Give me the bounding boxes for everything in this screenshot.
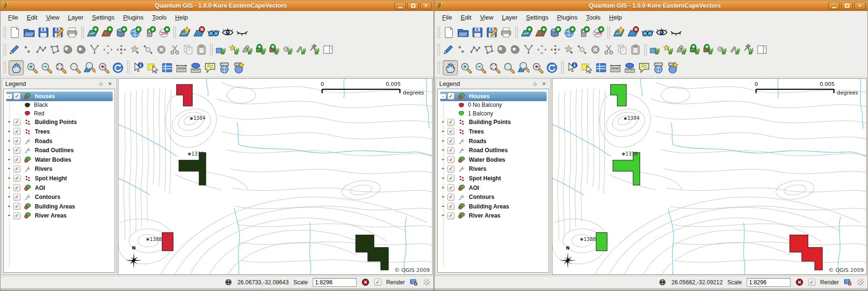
select-features-icon[interactable] bbox=[581, 62, 593, 74]
collapse-icon[interactable]: - bbox=[440, 94, 446, 99]
expand-icon[interactable]: + bbox=[440, 176, 446, 181]
scale-input[interactable] bbox=[313, 278, 357, 287]
grass-tools-icon[interactable] bbox=[743, 44, 754, 55]
layer-checkbox[interactable] bbox=[447, 93, 455, 100]
cut-features-icon[interactable] bbox=[603, 44, 614, 55]
expand-icon[interactable]: + bbox=[440, 129, 446, 134]
remove-layer-icon[interactable] bbox=[627, 26, 639, 39]
delete-part-icon[interactable] bbox=[156, 44, 167, 55]
capture-polygon-icon[interactable] bbox=[49, 44, 60, 55]
panel-detach-button[interactable] bbox=[532, 81, 538, 86]
pan-icon[interactable] bbox=[10, 62, 22, 74]
add-raster-layer-icon[interactable] bbox=[101, 26, 113, 39]
legend-layer-water-bodies[interactable]: +Water Bodies bbox=[6, 155, 115, 165]
expand-icon[interactable]: + bbox=[6, 120, 12, 125]
layer-checkbox[interactable] bbox=[13, 119, 21, 126]
layer-checkbox[interactable] bbox=[447, 166, 455, 173]
open-project-icon[interactable] bbox=[23, 26, 35, 39]
grass-region-icon[interactable] bbox=[282, 44, 294, 55]
zoom-full-icon[interactable] bbox=[54, 62, 67, 74]
move-vertex-icon[interactable] bbox=[102, 44, 114, 55]
capture-line-icon[interactable] bbox=[469, 44, 481, 55]
add-vector-layer-icon[interactable] bbox=[520, 26, 533, 39]
expand-icon[interactable]: + bbox=[6, 157, 12, 162]
move-feature-icon[interactable] bbox=[496, 44, 508, 55]
menu-tools[interactable]: Tools bbox=[582, 12, 604, 23]
print-composer-icon[interactable] bbox=[66, 26, 78, 39]
add-ring-icon[interactable] bbox=[75, 44, 87, 55]
capture-point-icon[interactable] bbox=[22, 44, 33, 55]
layer-checkbox[interactable] bbox=[13, 184, 21, 191]
layer-checkbox[interactable] bbox=[13, 93, 21, 100]
coordinate-capture-icon[interactable] bbox=[224, 278, 233, 286]
expand-icon[interactable]: + bbox=[6, 195, 12, 199]
menu-help[interactable]: Help bbox=[171, 12, 192, 23]
map-tips-icon[interactable] bbox=[204, 62, 216, 74]
delete-part-icon[interactable] bbox=[590, 44, 601, 55]
move-vertex-icon[interactable] bbox=[536, 44, 548, 55]
close-button[interactable] bbox=[420, 2, 432, 10]
layer-checkbox[interactable] bbox=[13, 147, 21, 154]
layer-checkbox[interactable] bbox=[13, 175, 21, 182]
save-project-as-icon[interactable] bbox=[486, 26, 498, 39]
grass-add-raster-layer-icon[interactable] bbox=[269, 44, 280, 55]
add-ring-icon[interactable] bbox=[509, 44, 521, 55]
measure-area-icon[interactable] bbox=[624, 62, 636, 74]
resize-grip[interactable] bbox=[857, 279, 864, 285]
expand-icon[interactable]: + bbox=[6, 166, 12, 171]
layer-checkbox[interactable] bbox=[13, 212, 21, 219]
show-bookmarks-icon[interactable] bbox=[233, 62, 245, 74]
zoom-last-icon[interactable] bbox=[531, 62, 544, 74]
map-tips-icon[interactable] bbox=[638, 62, 650, 74]
legend-layer-building-areas[interactable]: +Building Areas bbox=[6, 202, 115, 211]
toolbar-handle[interactable] bbox=[515, 26, 518, 39]
toolbar-handle[interactable] bbox=[3, 61, 6, 74]
menu-plugins[interactable]: Plugins bbox=[553, 12, 582, 23]
layer-checkbox[interactable] bbox=[13, 156, 21, 163]
grass-tools-icon[interactable] bbox=[309, 44, 320, 55]
menu-plugins[interactable]: Plugins bbox=[119, 12, 148, 23]
delete-selected-icon[interactable] bbox=[129, 44, 140, 55]
menu-tools[interactable]: Tools bbox=[148, 12, 170, 23]
grass-panel-icon[interactable] bbox=[756, 44, 768, 55]
delete-vertex-icon[interactable] bbox=[142, 44, 154, 55]
add-postgis-layer-icon[interactable] bbox=[549, 26, 561, 39]
new-project-icon[interactable] bbox=[9, 26, 21, 39]
select-features-icon[interactable] bbox=[147, 62, 159, 74]
toolbar-handle[interactable] bbox=[644, 43, 647, 56]
expand-icon[interactable]: + bbox=[440, 166, 446, 171]
toolbar-handle[interactable] bbox=[3, 43, 6, 56]
add-wfs-layer-icon[interactable] bbox=[158, 26, 170, 39]
save-project-icon[interactable] bbox=[37, 26, 50, 39]
maximize-button[interactable] bbox=[407, 2, 419, 10]
grass-add-vector-layer-icon[interactable] bbox=[255, 44, 267, 55]
paste-features-icon[interactable] bbox=[196, 44, 207, 55]
add-postgis-layer-icon[interactable] bbox=[115, 26, 127, 39]
zoom-out-icon[interactable] bbox=[474, 62, 487, 74]
add-wms-layer-icon[interactable] bbox=[129, 26, 142, 39]
toolbar-handle[interactable] bbox=[437, 43, 440, 56]
legend-layer-trees[interactable]: +Trees bbox=[440, 127, 549, 136]
pan-icon[interactable] bbox=[444, 62, 456, 74]
show-bookmarks-icon[interactable] bbox=[667, 62, 679, 74]
expand-icon[interactable]: + bbox=[6, 139, 12, 144]
map-canvas[interactable]: 1384 1339 1388 N 0 0.005 degrees © QGIS … bbox=[552, 78, 867, 275]
print-composer-icon[interactable] bbox=[500, 26, 512, 39]
toolbar-handle[interactable] bbox=[3, 26, 6, 39]
copy-features-icon[interactable] bbox=[616, 44, 628, 55]
collapse-icon[interactable]: - bbox=[6, 94, 12, 99]
expand-icon[interactable]: + bbox=[440, 157, 446, 162]
menu-edit[interactable]: Edit bbox=[23, 12, 41, 23]
capture-line-icon[interactable] bbox=[35, 44, 47, 55]
expand-icon[interactable]: + bbox=[440, 186, 446, 190]
layer-checkbox[interactable] bbox=[447, 212, 455, 219]
grass-open-mapset-icon[interactable] bbox=[649, 44, 661, 55]
zoom-in-icon[interactable] bbox=[26, 62, 38, 74]
legend-layer-rivers[interactable]: +Rivers bbox=[6, 165, 115, 174]
identify-icon[interactable] bbox=[566, 62, 579, 74]
add-wms-layer-icon[interactable] bbox=[563, 26, 576, 39]
identify-icon[interactable] bbox=[132, 62, 145, 74]
new-vector-layer-icon[interactable] bbox=[179, 26, 191, 39]
paste-features-icon[interactable] bbox=[630, 44, 641, 55]
toolbar-handle[interactable] bbox=[437, 26, 440, 39]
